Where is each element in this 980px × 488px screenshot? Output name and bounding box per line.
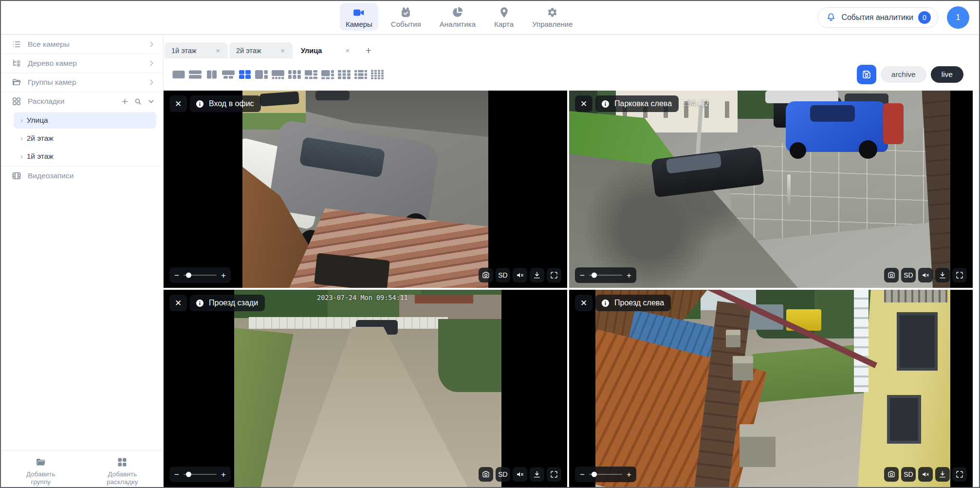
layout-2rows-button[interactable] [188, 69, 202, 80]
layout-1big-7small-button[interactable] [321, 69, 334, 80]
snapshot-button[interactable] [479, 268, 493, 282]
fullscreen-button[interactable] [952, 467, 967, 482]
mute-button[interactable] [513, 467, 527, 482]
tab-close-icon[interactable]: × [343, 45, 351, 56]
layout-1x1-button[interactable] [172, 69, 185, 80]
nav-management[interactable]: Управление [526, 3, 578, 31]
add-group-button[interactable]: Добавить группу [0, 450, 82, 488]
snapshot-button[interactable] [884, 467, 899, 482]
sidebar-item-all-cameras[interactable]: Все камеры [0, 35, 163, 54]
zoom-handle[interactable] [592, 472, 597, 477]
fullscreen-button[interactable] [547, 268, 561, 282]
layout-3x2-button[interactable] [288, 69, 301, 80]
tab-close-icon[interactable]: × [214, 45, 222, 56]
snapshot-button[interactable] [479, 467, 493, 482]
camera-tile-rear-drive: 2023-07-24 Mon 09:54:11 ✕ Проезд сзади −… [164, 290, 567, 487]
add-layout-icon[interactable] [121, 97, 129, 106]
layout-2cols-button[interactable] [205, 69, 219, 80]
download-button[interactable] [530, 268, 544, 282]
fullscreen-button[interactable] [952, 268, 967, 282]
layout-bigcenter-button[interactable] [354, 69, 368, 80]
layout-3x3-button[interactable] [337, 69, 351, 80]
info-icon[interactable] [195, 99, 204, 109]
sidebar-item-camera-tree[interactable]: Дерево камер [0, 54, 163, 73]
analytics-events-button[interactable]: События аналитики 0 [817, 7, 938, 28]
camera-close-button[interactable]: ✕ [575, 295, 592, 311]
tab-close-icon[interactable]: × [278, 45, 287, 56]
grid-add-icon [116, 456, 128, 468]
sidebar-item-camera-groups[interactable]: Группы камер [0, 73, 163, 92]
camera-video[interactable] [234, 290, 501, 487]
zoom-out-button[interactable]: − [174, 271, 179, 280]
camera-close-button[interactable]: ✕ [169, 295, 187, 311]
camera-tile-parking-left: ✕ Парковка слева :54:12 − + SD [569, 91, 973, 288]
nav-events[interactable]: События [385, 3, 427, 31]
nav-map[interactable]: Карта [488, 3, 519, 31]
camera-video[interactable] [242, 91, 488, 288]
tab-ulitsa[interactable]: Улица × [294, 42, 357, 58]
zoom-in-button[interactable]: + [627, 470, 631, 479]
layout-1big-2right-button[interactable] [255, 69, 268, 80]
info-icon[interactable] [601, 99, 610, 109]
save-layout-button[interactable] [857, 65, 876, 84]
zoom-track[interactable] [184, 275, 217, 276]
sidebar-item-recordings[interactable]: Видеозаписи [0, 167, 163, 185]
layout-2x2-button[interactable] [238, 69, 252, 80]
layout-item-1st-floor[interactable]: › 1й этаж [14, 148, 156, 165]
sidebar-item-layouts[interactable]: Раскладки [0, 92, 163, 111]
archive-mode-button[interactable]: archive [881, 66, 926, 83]
search-icon[interactable] [134, 97, 142, 106]
pie-chart-icon [451, 6, 464, 19]
camera-close-button[interactable]: ✕ [169, 95, 187, 112]
zoom-track[interactable] [184, 474, 217, 475]
download-button[interactable] [935, 268, 950, 282]
layout-4x4-button[interactable] [370, 69, 384, 80]
zoom-handle[interactable] [592, 273, 597, 278]
nav-cameras[interactable]: Камеры [340, 3, 378, 31]
layout-item-label: Улица [27, 116, 48, 125]
mute-button[interactable] [513, 268, 527, 282]
mute-button[interactable] [918, 467, 933, 482]
layout-1plus2-button[interactable] [222, 69, 235, 80]
info-icon[interactable] [601, 299, 610, 308]
quality-button[interactable]: SD [496, 268, 510, 282]
chevron-down-icon[interactable] [147, 97, 155, 106]
mute-button[interactable] [918, 268, 933, 282]
tab-2nd-floor[interactable]: 2й этаж × [229, 42, 293, 58]
sidebar-footer: Добавить группу Добавить раскладку [0, 450, 163, 488]
download-button[interactable] [935, 467, 950, 482]
snapshot-button[interactable] [884, 268, 899, 282]
tab-1st-floor[interactable]: 1й этаж × [165, 42, 228, 58]
zoom-handle[interactable] [186, 273, 191, 278]
tab-label: 1й этаж [171, 47, 214, 55]
info-icon[interactable] [195, 299, 204, 308]
add-layout-button[interactable]: Добавить раскладку [82, 450, 164, 488]
live-mode-button[interactable]: live [931, 66, 963, 83]
nav-analytics[interactable]: Аналитика [434, 3, 481, 31]
quality-button[interactable]: SD [901, 268, 916, 282]
zoom-out-button[interactable]: − [580, 470, 585, 479]
quality-button[interactable]: SD [901, 467, 916, 482]
layout-item-ulitsa[interactable]: › Улица [14, 112, 156, 129]
quality-button[interactable]: SD [496, 467, 510, 482]
zoom-track[interactable] [589, 275, 622, 276]
zoom-track[interactable] [589, 474, 622, 475]
zoom-out-button[interactable]: − [174, 470, 179, 479]
tile-footer: − + SD [169, 467, 561, 482]
zoom-out-button[interactable]: − [580, 271, 585, 280]
download-button[interactable] [530, 467, 544, 482]
camera-video[interactable] [595, 290, 950, 487]
fullscreen-button[interactable] [547, 467, 561, 482]
user-avatar[interactable]: 1 [947, 6, 969, 29]
layout-1big-4bottom-button[interactable] [271, 69, 285, 80]
camera-video[interactable] [569, 91, 950, 288]
zoom-in-button[interactable]: + [221, 271, 226, 280]
layout-1big-5small-button[interactable] [304, 69, 318, 80]
scrollbar[interactable] [973, 91, 979, 487]
zoom-in-button[interactable]: + [221, 470, 226, 479]
camera-close-button[interactable]: ✕ [575, 95, 592, 112]
zoom-handle[interactable] [186, 472, 191, 477]
zoom-in-button[interactable]: + [627, 271, 631, 280]
add-tab-button[interactable]: + [359, 42, 378, 58]
layout-item-2nd-floor[interactable]: › 2й этаж [14, 130, 156, 147]
